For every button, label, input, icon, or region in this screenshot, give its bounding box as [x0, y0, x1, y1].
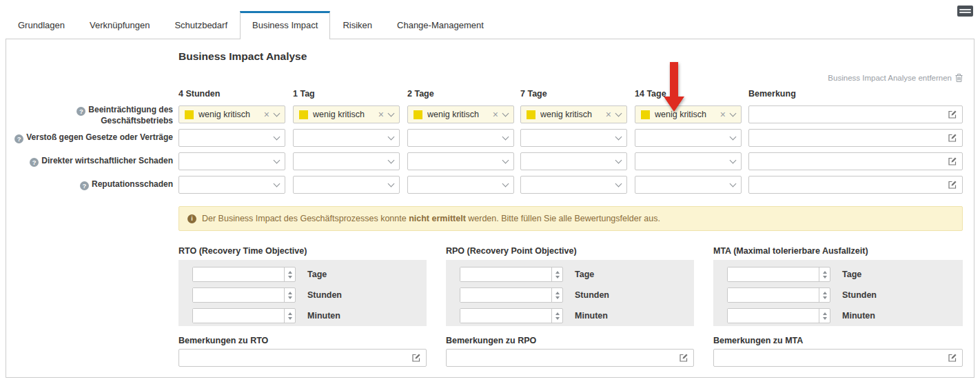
spinner-up-icon[interactable]	[288, 271, 292, 274]
rating-color-swatch	[641, 110, 650, 119]
spinner-up-icon[interactable]	[555, 271, 560, 274]
help-icon[interactable]: ?	[14, 134, 23, 143]
spinner-up-icon[interactable]	[555, 312, 560, 315]
remark-input[interactable]	[754, 133, 948, 143]
spinner-down-icon[interactable]	[288, 317, 292, 320]
help-icon[interactable]: ?	[30, 158, 39, 167]
remark-section-label: Bemerkungen zu MTA	[713, 336, 963, 345]
edit-icon[interactable]	[411, 353, 421, 363]
tab-grundlagen[interactable]: Grundlagen	[6, 11, 77, 39]
spinner-arrows[interactable]	[284, 288, 295, 302]
remark-input[interactable]	[754, 180, 948, 190]
duration-input[interactable]	[728, 267, 819, 281]
rating-dropdown[interactable]: wenig kritisch×	[635, 105, 742, 123]
tab-business-impact[interactable]: Business Impact	[240, 11, 330, 39]
tab-risiken[interactable]: Risiken	[330, 11, 385, 39]
spinner-arrows[interactable]	[551, 267, 562, 281]
spinner-down-icon[interactable]	[555, 276, 560, 279]
remark-input[interactable]	[184, 353, 411, 363]
duration-label: Minuten	[307, 311, 340, 321]
duration-input[interactable]	[460, 309, 551, 323]
trash-icon	[955, 74, 963, 82]
rating-dropdown[interactable]	[407, 152, 514, 170]
rating-dropdown[interactable]	[635, 176, 742, 194]
duration-label: Tage	[307, 270, 327, 279]
rating-dropdown[interactable]: wenig kritisch×	[407, 105, 514, 123]
spinner-arrows[interactable]	[819, 267, 830, 281]
tab-verknuepfungen[interactable]: Verknüpfungen	[77, 11, 162, 39]
rating-dropdown[interactable]	[407, 176, 514, 194]
rating-dropdown[interactable]: wenig kritisch×	[178, 105, 285, 123]
tab-change-management[interactable]: Change-Management	[385, 11, 496, 39]
spinner-arrows[interactable]	[284, 267, 295, 281]
spinner-down-icon[interactable]	[288, 276, 292, 279]
help-icon[interactable]: ?	[80, 181, 89, 190]
remark-input[interactable]	[754, 156, 948, 166]
help-icon[interactable]: ?	[76, 107, 85, 116]
warning-banner: i Der Business Impact des Geschäftsproze…	[178, 206, 963, 231]
remove-bia-label: Business Impact Analyse entfernen	[828, 74, 952, 82]
rating-color-swatch	[414, 110, 422, 119]
spinner-down-icon[interactable]	[823, 276, 827, 279]
duration-input[interactable]	[460, 288, 551, 302]
rating-dropdown[interactable]	[293, 152, 400, 170]
chevron-down-icon	[274, 133, 280, 140]
edit-icon[interactable]	[948, 353, 957, 363]
spinner-arrows[interactable]	[284, 309, 295, 323]
rating-dropdown[interactable]	[520, 152, 627, 170]
clear-icon[interactable]: ×	[264, 110, 269, 119]
edit-icon[interactable]	[948, 133, 957, 143]
clear-icon[interactable]: ×	[606, 110, 611, 119]
duration-input[interactable]	[728, 309, 819, 323]
spinner-down-icon[interactable]	[555, 296, 560, 299]
tab-schutzbedarf[interactable]: Schutzbedarf	[162, 11, 240, 39]
spinner-up-icon[interactable]	[288, 292, 292, 294]
rating-dropdown[interactable]	[520, 176, 627, 194]
spinner-down-icon[interactable]	[823, 317, 827, 320]
duration-input[interactable]	[193, 288, 284, 302]
edit-icon[interactable]	[948, 180, 957, 190]
spinner-arrows[interactable]	[551, 288, 562, 302]
clear-icon[interactable]: ×	[493, 110, 498, 119]
spinner-down-icon[interactable]	[288, 296, 292, 299]
clear-icon[interactable]: ×	[378, 110, 384, 119]
rating-value: wenig kritisch	[540, 110, 603, 119]
spinner-up-icon[interactable]	[823, 312, 827, 315]
duration-input[interactable]	[728, 288, 819, 302]
clear-icon[interactable]: ×	[720, 110, 726, 119]
rating-dropdown[interactable]	[178, 129, 285, 147]
spinner-arrows[interactable]	[819, 288, 830, 302]
spinner-down-icon[interactable]	[555, 317, 560, 320]
spinner-arrows[interactable]	[551, 309, 562, 323]
duration-input[interactable]	[193, 267, 284, 281]
spinner-up-icon[interactable]	[288, 312, 292, 315]
rating-dropdown[interactable]	[178, 152, 285, 170]
spinner-down-icon[interactable]	[823, 296, 827, 299]
remark-input[interactable]	[754, 110, 948, 119]
duration-input[interactable]	[460, 267, 551, 281]
remark-field	[748, 176, 963, 194]
row-label: ?Direkter wirtschaftlicher Schaden	[6, 156, 174, 167]
rating-dropdown[interactable]	[635, 152, 742, 170]
edit-icon[interactable]	[948, 110, 957, 119]
duration-input[interactable]	[193, 309, 284, 323]
rating-dropdown[interactable]	[407, 129, 514, 147]
spinner-arrows[interactable]	[819, 309, 830, 323]
rating-dropdown[interactable]	[178, 176, 285, 194]
rating-dropdown[interactable]: wenig kritisch×	[520, 105, 627, 123]
chevron-down-icon	[274, 156, 280, 163]
remark-input[interactable]	[451, 353, 679, 363]
rating-dropdown[interactable]	[520, 129, 627, 147]
rating-dropdown[interactable]: wenig kritisch×	[293, 105, 400, 123]
rating-dropdown[interactable]	[635, 129, 742, 147]
remark-input[interactable]	[719, 353, 948, 363]
remove-bia-link[interactable]: Business Impact Analyse entfernen	[828, 74, 963, 82]
row-label-text: Reputationsschaden	[92, 179, 173, 189]
edit-icon[interactable]	[679, 353, 688, 363]
spinner-up-icon[interactable]	[823, 292, 827, 294]
edit-icon[interactable]	[948, 156, 957, 166]
rating-dropdown[interactable]	[293, 176, 400, 194]
rating-dropdown[interactable]	[293, 129, 400, 147]
spinner-up-icon[interactable]	[823, 271, 827, 274]
spinner-up-icon[interactable]	[555, 292, 560, 294]
